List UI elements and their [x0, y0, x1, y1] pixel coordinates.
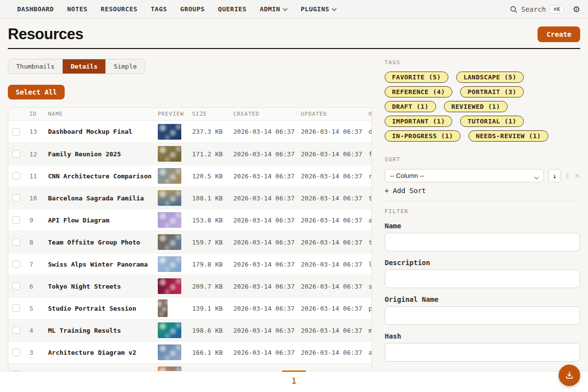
sort-reorder-handle[interactable]: ▲▼ [565, 172, 570, 179]
row-preview-cell [158, 322, 192, 338]
nav-item-plugins[interactable]: PLUGINS [301, 5, 337, 13]
table-row[interactable]: 13Dashboard Mockup Final237.3 KB2026-03-… [8, 121, 371, 143]
row-checkbox[interactable] [12, 282, 20, 290]
nav-item-admin[interactable]: ADMIN [260, 5, 288, 13]
row-checkbox[interactable] [12, 348, 20, 356]
filter-input-description[interactable] [385, 270, 580, 288]
filter-input-name[interactable] [385, 233, 580, 251]
table-row[interactable]: 3Architecture Diagram v2166.1 KB2026-03-… [8, 341, 371, 363]
row-checkbox-cell [8, 150, 29, 158]
nav-item-tags[interactable]: TAGS [151, 5, 167, 13]
row-checkbox[interactable] [12, 128, 20, 136]
table-row[interactable]: 11CNN Architecture Comparison120.5 KB202… [8, 165, 371, 187]
tab-thumbnails[interactable]: Thumbnails [8, 59, 62, 74]
table-header: IDNAMEPREVIEWSIZECREATEDUPDATEDO [8, 108, 371, 121]
nav-item-dashboard[interactable]: DASHBOARD [17, 5, 54, 13]
preview-thumbnail [158, 344, 181, 360]
add-sort-link[interactable]: + Add Sort [385, 187, 426, 195]
row-checkbox[interactable] [12, 238, 20, 246]
table-row[interactable]: 6Tokyo Night Streets209.7 KB2026-03-14 0… [8, 275, 371, 297]
row-updated: 2026-03-14 06:37 [301, 261, 368, 268]
chevron-down-icon: ▼ [566, 176, 569, 179]
page-title: Resources [8, 25, 83, 43]
row-checkbox[interactable] [12, 194, 20, 202]
nav-item-queries[interactable]: QUERIES [218, 5, 246, 13]
row-checkbox[interactable] [12, 150, 20, 158]
row-created: 2026-03-14 06:37 [233, 261, 301, 268]
table-row[interactable]: 10Barcelona Sagrada Familia108.1 KB2026-… [8, 187, 371, 209]
row-original-name: t [368, 195, 371, 202]
row-checkbox-cell [8, 326, 29, 334]
tag-pill-reviewed[interactable]: REVIEWED (1) [444, 101, 508, 112]
nav-item-notes[interactable]: NOTES [67, 5, 88, 13]
row-original-name: s [368, 283, 371, 290]
row-checkbox-cell [8, 128, 29, 136]
create-button[interactable]: Create [538, 26, 580, 42]
row-size: 153.8 KB [192, 217, 233, 224]
gear-icon[interactable]: ⚙ [573, 4, 580, 14]
table-row[interactable]: 7Swiss Alps Winter Panorama179.8 KB2026-… [8, 253, 371, 275]
tab-details[interactable]: Details [62, 59, 105, 74]
search-shortcut: ⌘K [550, 5, 564, 14]
filter-label-description: Description [385, 259, 580, 267]
view-mode-tabs: ThumbnailsDetailsSimple [8, 59, 145, 74]
row-name: Architecture Diagram v2 [48, 349, 158, 356]
row-created: 2026-03-14 06:37 [233, 195, 301, 202]
remove-sort-icon[interactable]: ✕ [574, 172, 580, 180]
row-original-name: t [368, 239, 371, 246]
sort-column-select[interactable]: -- Column -- [385, 169, 544, 182]
row-checkbox[interactable] [12, 172, 20, 180]
search-button[interactable]: Search ⌘K [510, 5, 564, 14]
pagination-page-1[interactable]: 1 [282, 371, 306, 386]
row-id: 11 [29, 172, 48, 180]
tag-pill-landscape[interactable]: LANDSCAPE (5) [456, 72, 524, 83]
row-checkbox[interactable] [12, 260, 20, 268]
row-name: Tokyo Night Streets [48, 283, 158, 290]
table-row[interactable] [8, 363, 371, 371]
filter-label-original-name: Original Name [385, 295, 580, 303]
row-name: Team Offsite Group Photo [48, 239, 158, 246]
tag-pill-in-progress[interactable]: IN-PROGRESS (1) [385, 130, 461, 142]
table-row[interactable]: 5Studio Portrait Session139.1 KB2026-03-… [8, 297, 371, 319]
row-checkbox-cell [8, 304, 29, 312]
tab-simple[interactable]: Simple [105, 59, 145, 74]
row-original-name: a [368, 217, 371, 224]
row-checkbox[interactable] [12, 304, 20, 312]
row-updated: 2026-03-14 06:37 [301, 172, 368, 180]
row-id: 8 [29, 239, 48, 246]
nav-item-groups[interactable]: GROUPS [180, 5, 205, 13]
table-row[interactable]: 9API Flow Diagram153.8 KB2026-03-14 06:3… [8, 209, 371, 231]
tag-pill-important[interactable]: IMPORTANT (1) [385, 116, 452, 127]
download-fab[interactable] [559, 365, 580, 386]
tag-pill-portrait[interactable]: PORTRAIT (3) [460, 86, 524, 98]
table-row[interactable]: 12Family Reunion 2025171.2 KB2026-03-14 … [8, 143, 371, 165]
filter-input-hash[interactable] [385, 343, 580, 362]
tag-pill-reference[interactable]: REFERENCE (4) [385, 86, 452, 98]
sidebar: TAGS FAVORITE (5)LANDSCAPE (5)REFERENCE … [385, 49, 580, 388]
row-checkbox[interactable] [12, 326, 20, 334]
row-updated: 2026-03-14 06:37 [301, 217, 368, 224]
sort-section-label: SORT [385, 156, 580, 163]
row-preview-cell [158, 190, 192, 206]
tag-pill-favorite[interactable]: FAVORITE (5) [385, 72, 448, 83]
row-id: 12 [29, 150, 48, 158]
row-checkbox-cell [8, 348, 29, 356]
sort-direction-button[interactable]: ↓ [548, 169, 561, 182]
table-row[interactable]: 4ML Training Results198.6 KB2026-03-14 0… [8, 319, 371, 341]
chevron-down-icon [332, 5, 337, 13]
row-id: 3 [29, 349, 48, 356]
select-all-button[interactable]: Select All [8, 85, 65, 99]
download-icon [564, 370, 574, 380]
preview-thumbnail [158, 146, 181, 162]
preview-thumbnail [158, 124, 181, 140]
column-header: CREATED [233, 111, 301, 117]
nav-item-resources[interactable]: RESOURCES [101, 5, 138, 13]
row-preview-cell [158, 212, 192, 228]
row-checkbox[interactable] [12, 216, 20, 224]
tag-pill-tutorial[interactable]: TUTORIAL (1) [460, 116, 524, 127]
table-row[interactable]: 8Team Offsite Group Photo159.7 KB2026-03… [8, 231, 371, 253]
tag-pill-needs-review[interactable]: NEEDS-REVIEW (1) [468, 130, 548, 142]
filter-input-original-name[interactable] [385, 306, 580, 325]
preview-thumbnail [158, 278, 181, 294]
tag-pill-draft[interactable]: DRAFT (1) [385, 101, 436, 112]
